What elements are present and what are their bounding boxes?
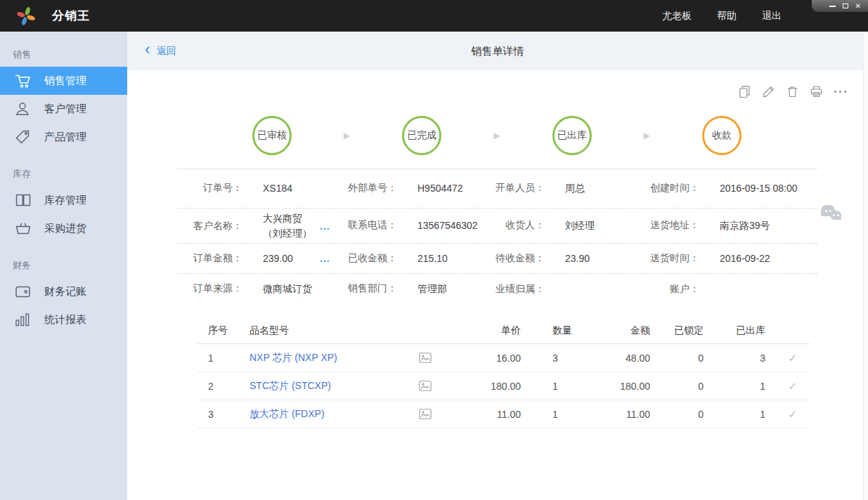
product-link[interactable]: STC芯片 (STCXP) [250, 380, 411, 393]
product-image-icon[interactable] [411, 381, 439, 391]
field-value: 刘经理 [565, 218, 595, 232]
cell-qty: 1 [521, 381, 591, 392]
cell-qty: 3 [521, 353, 591, 364]
order-amount-field: 订单金额： 239.00 ... [176, 251, 330, 265]
status-step-completed[interactable]: 已完成 [402, 116, 441, 155]
field-label: 送货时间： [629, 252, 699, 265]
cell-amount: 11.00 [591, 409, 650, 420]
field-value: 微商城订货 [263, 282, 312, 296]
field-label: 送货地址： [629, 219, 699, 232]
edit-icon[interactable] [761, 84, 775, 98]
status-step-collect-payment[interactable]: 收款 [702, 116, 741, 155]
topbar: 分销王 尤老板 帮助 退出 ✕ [0, 0, 868, 32]
col-header-shipped: 已出库 [704, 324, 765, 337]
sidebar-item-customer-management[interactable]: 客户管理 [0, 95, 127, 123]
maximize-icon[interactable] [843, 4, 848, 8]
col-header-price: 单价 [439, 324, 521, 337]
sidebar-section-sales: 销售 [0, 43, 127, 67]
cell-locked: 0 [650, 353, 704, 364]
field-value: 215.10 [417, 251, 448, 265]
amount-more-link[interactable]: ... [320, 253, 330, 264]
field-label: 开单人员： [478, 182, 545, 195]
sidebar-item-label: 财务记账 [44, 285, 86, 298]
status-step-shipped[interactable]: 已出库 [552, 116, 592, 155]
external-no-field: 外部单号： H9504472 [330, 181, 478, 195]
cell-amount: 48.00 [591, 353, 650, 364]
field-value: XS184 [263, 181, 292, 195]
order-no-field: 订单号： XS184 [176, 181, 330, 195]
minimize-icon[interactable] [829, 6, 836, 7]
print-icon[interactable] [809, 84, 823, 98]
cell-price: 180.00 [439, 381, 521, 392]
app-logo-pinwheel-icon [15, 5, 37, 27]
sidebar-item-statistics-report[interactable]: 统计报表 [0, 305, 127, 334]
cell-seq: 1 [197, 353, 250, 364]
product-image-icon[interactable] [411, 409, 439, 419]
copy-icon[interactable] [737, 84, 751, 98]
account-field: 账户： [629, 283, 817, 296]
field-label: 已收金额： [330, 252, 397, 265]
check-icon: ✓ [765, 408, 810, 421]
table-row: 3 放大芯片 (FDXP) 11.00 1 11.00 0 1 ✓ [197, 400, 810, 428]
wallet-icon [15, 285, 34, 298]
back-label: 返回 [157, 45, 176, 58]
product-link[interactable]: 放大芯片 (FDXP) [250, 408, 411, 421]
sidebar-item-purchasing[interactable]: 采购进货 [0, 214, 127, 242]
cell-price: 11.00 [439, 409, 521, 420]
col-header-qty: 数量 [521, 324, 591, 337]
field-value: 大兴商贸 （刘经理） [263, 211, 312, 240]
product-link[interactable]: NXP 芯片 (NXP XP) [250, 352, 411, 364]
field-label: 外部单号： [330, 182, 397, 195]
topbar-user-menu[interactable]: 尤老板 [649, 10, 704, 22]
created-time-field: 创建时间： 2016-09-15 08:00 [629, 181, 817, 195]
status-step-approved[interactable]: 已审核 [252, 116, 292, 155]
sidebar-item-label: 采购进货 [44, 222, 86, 235]
sidebar-item-inventory-management[interactable]: 库存管理 [0, 186, 127, 214]
topbar-logout[interactable]: 退出 [749, 10, 794, 22]
field-label: 创建时间： [629, 182, 699, 195]
order-info-row: 订单号： XS184 外部单号： H9504472 开单人员： 周总 创建时间：… [176, 169, 817, 209]
cell-amount: 180.00 [591, 381, 650, 392]
customer-more-link[interactable]: ... [320, 221, 330, 232]
col-header-seq: 序号 [197, 324, 250, 337]
field-label: 账户： [629, 283, 699, 296]
cell-locked: 0 [650, 409, 704, 420]
topbar-help[interactable]: 帮助 [704, 10, 749, 22]
col-header-amount: 金额 [591, 324, 650, 337]
field-value: 23.90 [565, 251, 590, 265]
arrow-right-icon: ▶ [493, 131, 500, 140]
sidebar-section-inventory: 库存 [0, 162, 127, 186]
performance-attribution-field: 业绩归属： [478, 283, 629, 296]
app-name: 分销王 [52, 0, 90, 32]
basket-icon [15, 221, 34, 236]
field-value: H9504472 [417, 181, 463, 195]
cell-locked: 0 [650, 381, 704, 392]
scrollbar[interactable] [863, 32, 868, 500]
sidebar-item-bookkeeping[interactable]: 财务记账 [0, 277, 127, 305]
more-icon[interactable] [833, 84, 847, 98]
sidebar-item-product-management[interactable]: 产品管理 [0, 123, 127, 151]
wechat-icon[interactable] [821, 205, 845, 226]
order-info-row: 订单来源： 微商城订货 销售部门： 管理部 业绩归属： 账户： [176, 274, 817, 304]
topbar-menu: 尤老板 帮助 退出 [649, 0, 794, 32]
product-image-icon[interactable] [411, 353, 439, 363]
field-value: 2016-09-15 08:00 [720, 181, 798, 195]
sidebar-item-sales-management[interactable]: 销售管理 [0, 67, 127, 95]
delete-icon[interactable] [785, 84, 799, 98]
cart-icon [15, 74, 34, 88]
cell-shipped: 3 [704, 353, 765, 364]
arrow-right-icon: ▶ [344, 131, 350, 140]
user-icon [15, 101, 34, 117]
tag-icon [15, 129, 34, 145]
delivery-time-field: 送货时间： 2016-09-22 [629, 251, 817, 265]
bar-chart-icon [15, 312, 34, 327]
sidebar: 销售 销售管理 客户管理 产品管理 库存 库存管理 [0, 32, 127, 500]
chevron-left-icon: ‹ [145, 41, 150, 60]
back-button[interactable]: ‹ 返回 [145, 32, 176, 70]
field-value: 周总 [565, 181, 585, 195]
table-row: 2 STC芯片 (STCXP) 180.00 1 180.00 0 1 ✓ [197, 372, 810, 400]
field-value: 13567546302 [417, 218, 478, 232]
col-header-locked: 已锁定 [650, 324, 704, 337]
product-table: 序号 品名型号 单价 数量 金额 已锁定 已出库 1 NXP 芯片 (NXP X… [197, 317, 810, 428]
close-icon[interactable]: ✕ [855, 3, 861, 10]
